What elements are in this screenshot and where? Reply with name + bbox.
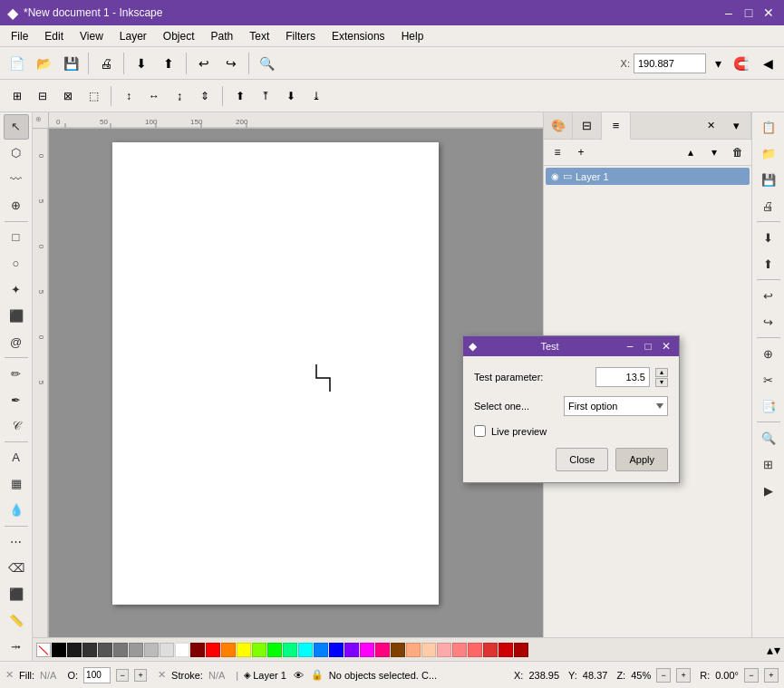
swatch-orange[interactable] <box>221 643 236 657</box>
connector-tool-btn[interactable]: ⤞ <box>4 634 29 659</box>
menu-help[interactable]: Help <box>394 28 431 44</box>
layer-raise-btn[interactable]: ▴ <box>680 142 702 162</box>
swatch-peach[interactable] <box>437 643 451 657</box>
transform-scale-btn[interactable]: ↕ <box>117 84 140 108</box>
test-param-input[interactable] <box>595 367 650 387</box>
spray-tool-btn[interactable]: ⋯ <box>4 529 29 555</box>
select-rubber-btn[interactable]: ⬚ <box>82 84 105 108</box>
minimize-button[interactable]: – <box>721 5 737 21</box>
dropper-tool-btn[interactable]: 💧 <box>4 498 29 523</box>
test-dialog-title-bar[interactable]: ◆ Test – □ ✕ <box>463 336 679 356</box>
layer-eye-icon[interactable]: ◉ <box>551 171 559 181</box>
far-right-btn-1[interactable]: 📋 <box>756 114 781 140</box>
node-tool-btn[interactable]: ⬡ <box>4 141 29 166</box>
menu-view[interactable]: View <box>73 28 111 44</box>
swatch-dark2[interactable] <box>82 643 97 657</box>
rp-tab-layers[interactable]: ≡ <box>602 112 631 140</box>
transform-move-btn[interactable]: ↨ <box>168 84 191 108</box>
zoom-plus[interactable]: + <box>676 668 691 683</box>
menu-layer[interactable]: Layer <box>112 28 154 44</box>
zoom-in-button[interactable]: 🔍 <box>254 51 279 76</box>
layer-add-sublayer-btn[interactable]: ≡ <box>547 142 568 162</box>
layer-lock-status[interactable]: 🔒 <box>311 669 324 681</box>
test-dialog-close-btn[interactable]: Close <box>556 448 608 471</box>
layer-delete-btn[interactable]: 🗑 <box>727 142 749 162</box>
far-right-paste[interactable]: ⊕ <box>756 341 781 366</box>
live-preview-checkbox[interactable] <box>474 425 486 437</box>
swatch-gray1[interactable] <box>113 643 128 657</box>
swatch-lime[interactable] <box>252 643 266 657</box>
maximize-button[interactable]: □ <box>740 5 757 21</box>
rotate-plus[interactable]: + <box>764 668 779 683</box>
gradient-tool-btn[interactable]: ▦ <box>4 471 29 497</box>
swatch-yellow[interactable] <box>237 643 251 657</box>
swatch-white[interactable] <box>175 643 189 657</box>
rotate-minus[interactable]: − <box>744 668 759 683</box>
far-right-zoom-fit[interactable]: 🔍 <box>756 425 781 451</box>
layer-row-1[interactable]: ◉ ▭ Layer 1 <box>546 168 750 185</box>
far-right-export[interactable]: ⬆ <box>756 251 781 276</box>
opacity-minus[interactable]: − <box>116 669 129 682</box>
palette-scroll-down[interactable]: ▾ <box>774 643 780 657</box>
measure-tool-btn[interactable]: 📏 <box>4 607 29 633</box>
palette-scroll-up[interactable]: ▴ <box>767 643 773 657</box>
layer-eye-status[interactable]: 👁 <box>294 670 304 681</box>
swatch-red-dark[interactable] <box>190 643 205 657</box>
swatch-rose[interactable] <box>452 643 467 657</box>
swatch-magenta[interactable] <box>360 643 374 657</box>
print-button[interactable]: 🖨 <box>93 51 119 76</box>
snap-button[interactable]: 🧲 <box>728 51 753 76</box>
swatch-cyan[interactable] <box>298 643 313 657</box>
swatch-blue[interactable] <box>329 643 344 657</box>
swatch-crimson[interactable] <box>498 643 513 657</box>
test-dialog-close[interactable]: ✕ <box>659 339 673 354</box>
undo-button[interactable]: ↩ <box>191 51 217 76</box>
eraser-tool-btn[interactable]: ⌫ <box>4 556 29 581</box>
menu-extensions[interactable]: Extensions <box>324 28 392 44</box>
text-tool-btn[interactable]: A <box>4 445 29 470</box>
fill-tool-btn[interactable]: ⬛ <box>4 581 29 606</box>
far-right-zoom-page[interactable]: ⊞ <box>756 451 781 477</box>
zoom-tool-btn[interactable]: ⊕ <box>4 193 29 218</box>
lower-bottom-btn[interactable]: ⤓ <box>305 84 328 108</box>
rect-tool-btn[interactable]: □ <box>4 225 29 250</box>
menu-text[interactable]: Text <box>242 28 276 44</box>
swatch-dark1[interactable] <box>67 643 82 657</box>
layer-lower-btn[interactable]: ▾ <box>703 142 725 162</box>
rp-tab-fill[interactable]: 🎨 <box>544 112 573 140</box>
test-dialog-apply-btn[interactable]: Apply <box>615 448 668 471</box>
coord-dropdown[interactable]: ▾ <box>710 51 726 76</box>
export-button[interactable]: ⬆ <box>156 51 181 76</box>
raise-btn[interactable]: ⬆ <box>228 84 252 108</box>
new-button[interactable]: 📄 <box>4 51 29 76</box>
far-right-import[interactable]: ⬇ <box>756 225 781 250</box>
param-step-up[interactable]: ▴ <box>655 368 668 377</box>
star-tool-btn[interactable]: ✦ <box>4 276 29 302</box>
menu-edit[interactable]: Edit <box>37 28 71 44</box>
swatch-red2[interactable] <box>483 643 498 657</box>
swatch-gray4[interactable] <box>160 643 174 657</box>
swatch-salmon[interactable] <box>468 643 482 657</box>
test-dialog-maximize[interactable]: □ <box>641 339 655 354</box>
select-touch-btn[interactable]: ⊠ <box>56 84 80 108</box>
swatch-black[interactable] <box>52 643 66 657</box>
test-select-dropdown[interactable]: First option Second option Third option <box>564 396 668 416</box>
opacity-plus[interactable]: + <box>134 669 147 682</box>
test-dialog-minimize[interactable]: – <box>623 339 637 354</box>
swatch-blue-light[interactable] <box>314 643 328 657</box>
live-preview-label[interactable]: Live preview <box>491 426 547 437</box>
swatch-skin[interactable] <box>421 643 436 657</box>
layer-add-btn[interactable]: + <box>570 142 592 162</box>
far-right-cut[interactable]: ✂ <box>756 367 781 392</box>
calligraphy-tool-btn[interactable]: 𝒞 <box>4 413 29 439</box>
swatch-green[interactable] <box>267 643 282 657</box>
swatch-teal[interactable] <box>283 643 297 657</box>
menu-object[interactable]: Object <box>156 28 202 44</box>
swatch-tan[interactable] <box>406 643 421 657</box>
param-step-down[interactable]: ▾ <box>655 378 668 387</box>
circle-tool-btn[interactable]: ○ <box>4 251 29 276</box>
transform-skew-btn[interactable]: ⇕ <box>193 84 217 108</box>
lower-btn[interactable]: ⬇ <box>279 84 303 108</box>
far-right-undo[interactable]: ↩ <box>756 283 781 308</box>
swatch-gray3[interactable] <box>144 643 159 657</box>
